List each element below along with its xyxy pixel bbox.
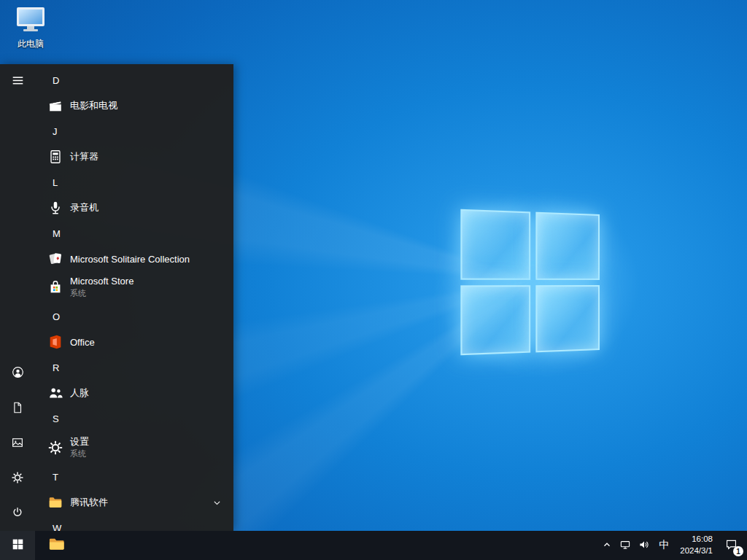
- desktop-icon-label: 此电脑: [18, 38, 44, 50]
- folder-icon: [47, 494, 64, 511]
- section-letter-label: W: [53, 523, 61, 532]
- rail-bottom-group: [0, 356, 35, 531]
- app-item-movies-tv[interactable]: 电影和电视: [35, 93, 233, 118]
- desktop-icon-this-pc[interactable]: 此电脑: [4, 6, 57, 50]
- this-pc-icon: [15, 6, 47, 36]
- gear-icon: [11, 471, 24, 486]
- app-text: 设置 系统: [70, 436, 89, 459]
- people-icon: [47, 384, 64, 402]
- network-icon: [619, 539, 631, 553]
- windows-start-icon: [12, 538, 24, 553]
- app-item-tencent-folder[interactable]: 腾讯软件: [35, 490, 233, 515]
- section-letter-label: M: [53, 228, 61, 239]
- app-text: Microsoft Store 系统: [70, 276, 133, 298]
- section-letter-label: J: [53, 126, 58, 137]
- account-button[interactable]: [0, 356, 35, 391]
- speaker-icon: [638, 539, 650, 553]
- pictures-button[interactable]: [0, 426, 35, 461]
- movies-tv-icon: [47, 97, 64, 114]
- section-letter-W[interactable]: W: [35, 515, 233, 531]
- windows-logo-pane: [460, 285, 530, 356]
- section-letter-label: O: [53, 311, 60, 322]
- start-button[interactable]: [0, 531, 35, 560]
- settings-button[interactable]: [0, 461, 35, 496]
- windows-logo-pane: [535, 212, 600, 280]
- app-item-office[interactable]: Office: [35, 330, 233, 354]
- chevron-up-icon: [602, 540, 612, 552]
- hamburger-icon: [12, 74, 24, 89]
- windows-logo-pane: [535, 285, 600, 353]
- documents-button[interactable]: [0, 391, 35, 426]
- ime-indicator[interactable]: 中: [654, 531, 674, 560]
- section-letter-J[interactable]: J: [35, 118, 233, 144]
- volume-button[interactable]: [635, 531, 654, 560]
- app-item-settings[interactable]: 设置 系统: [35, 432, 233, 464]
- section-letter-label: S: [53, 413, 59, 424]
- pictures-icon: [11, 436, 24, 451]
- gear-icon: [47, 439, 64, 456]
- office-icon: [47, 333, 64, 351]
- file-explorer-icon: [48, 535, 66, 556]
- app-label: 腾讯软件: [70, 496, 108, 509]
- taskbar: 中 16:08 2024/3/1 1: [0, 531, 747, 560]
- section-letter-T[interactable]: T: [35, 464, 233, 490]
- app-label: 计算器: [70, 150, 98, 163]
- system-tray: 中 16:08 2024/3/1 1: [598, 531, 747, 560]
- start-menu-app-list: D 电影和电视 J: [35, 64, 233, 531]
- action-center-button[interactable]: 1: [719, 531, 744, 560]
- app-item-calculator[interactable]: 计算器: [35, 144, 233, 169]
- app-label: Microsoft Solitaire Collection: [70, 254, 190, 265]
- tray-overflow-button[interactable]: [598, 531, 616, 560]
- clock-time: 16:08: [692, 534, 713, 545]
- app-item-solitaire[interactable]: Microsoft Solitaire Collection: [35, 246, 233, 271]
- section-letter-label: L: [53, 177, 58, 188]
- app-label: 录音机: [70, 201, 98, 214]
- app-item-microsoft-store[interactable]: Microsoft Store 系统: [35, 271, 233, 303]
- app-item-voice-recorder[interactable]: 录音机: [35, 195, 233, 220]
- app-label: 电影和电视: [70, 99, 117, 112]
- app-label: Office: [70, 337, 95, 348]
- store-icon: [47, 279, 64, 296]
- section-letter-label: R: [53, 362, 59, 373]
- section-letter-L[interactable]: L: [35, 169, 233, 195]
- start-menu: D 电影和电视 J: [0, 64, 233, 531]
- taskbar-clock[interactable]: 16:08 2024/3/1: [674, 531, 719, 560]
- section-letter-label: T: [53, 472, 58, 483]
- app-sublabel: 系统: [70, 448, 89, 459]
- user-icon: [11, 365, 25, 381]
- voice-recorder-icon: [47, 199, 64, 217]
- clock-date: 2024/3/1: [680, 545, 713, 557]
- app-label: Microsoft Store: [70, 276, 133, 288]
- section-letter-M[interactable]: M: [35, 220, 233, 246]
- calculator-icon: [47, 148, 64, 166]
- windows-logo-pane: [460, 209, 530, 280]
- windows-logo: [460, 209, 600, 356]
- power-icon: [11, 506, 24, 521]
- network-button[interactable]: [616, 531, 635, 560]
- start-menu-rail: [0, 64, 35, 531]
- notification-badge: 1: [733, 546, 743, 556]
- chevron-down-icon: [212, 498, 222, 508]
- app-label: 设置: [70, 436, 89, 448]
- section-letter-R[interactable]: R: [35, 354, 233, 381]
- expand-menu-button[interactable]: [0, 64, 35, 99]
- file-explorer-button[interactable]: [39, 531, 74, 560]
- document-icon: [11, 401, 24, 416]
- section-letter-label: D: [53, 75, 59, 86]
- section-letter-D[interactable]: D: [35, 67, 233, 93]
- app-sublabel: 系统: [70, 288, 133, 298]
- power-button[interactable]: [0, 496, 35, 531]
- app-label: 人脉: [70, 386, 89, 400]
- section-letter-S[interactable]: S: [35, 405, 233, 432]
- solitaire-icon: [47, 250, 64, 268]
- section-letter-O[interactable]: O: [35, 303, 233, 330]
- desktop: 此电脑: [0, 0, 747, 560]
- app-item-people[interactable]: 人脉: [35, 381, 233, 405]
